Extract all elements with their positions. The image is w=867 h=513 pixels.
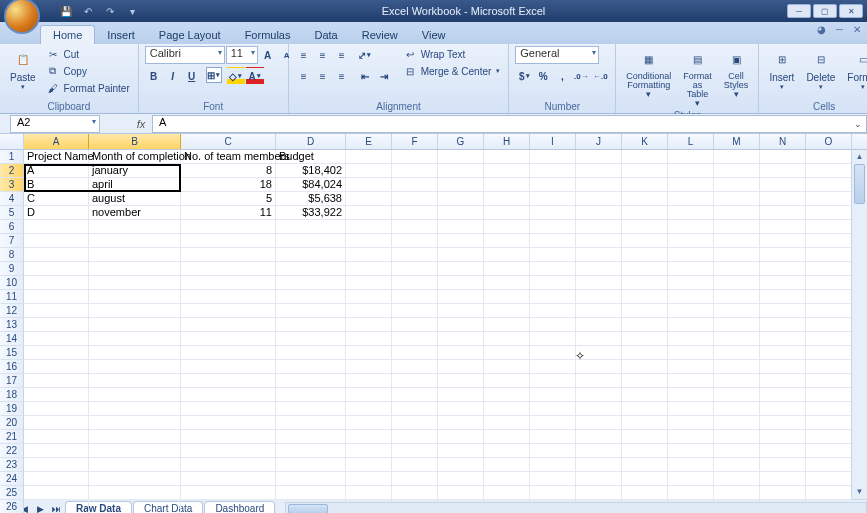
maximize-button[interactable]: ▢	[813, 4, 837, 18]
column-header[interactable]: B	[89, 134, 181, 149]
cell[interactable]: Project Name	[24, 150, 89, 164]
cell[interactable]	[668, 346, 714, 360]
cell[interactable]	[530, 458, 576, 472]
scroll-up-icon[interactable]: ▲	[852, 150, 867, 164]
fill-color-button[interactable]: ◇	[227, 67, 245, 85]
row-header[interactable]: 17	[0, 374, 24, 388]
cell[interactable]	[392, 318, 438, 332]
cell[interactable]	[89, 500, 181, 513]
cell[interactable]	[806, 374, 852, 388]
cell[interactable]	[276, 234, 346, 248]
cell[interactable]	[668, 444, 714, 458]
cell[interactable]	[714, 304, 760, 318]
column-header[interactable]: O	[806, 134, 852, 149]
font-name-combo[interactable]: Calibri	[145, 46, 225, 64]
format-as-table-button[interactable]: ▤Format asTable ▾	[679, 46, 716, 110]
cell[interactable]	[576, 192, 622, 206]
cell[interactable]	[530, 486, 576, 500]
cell[interactable]	[392, 290, 438, 304]
cell[interactable]	[714, 206, 760, 220]
cell[interactable]	[668, 318, 714, 332]
cell[interactable]	[392, 458, 438, 472]
cell[interactable]	[346, 192, 392, 206]
cell[interactable]	[392, 248, 438, 262]
vertical-scrollbar[interactable]: ▲ ▼	[851, 150, 867, 499]
cell[interactable]	[346, 276, 392, 290]
cell[interactable]	[668, 290, 714, 304]
cell[interactable]	[24, 430, 89, 444]
row-header[interactable]: 22	[0, 444, 24, 458]
cell[interactable]	[530, 220, 576, 234]
cell[interactable]	[438, 192, 484, 206]
cell[interactable]	[530, 178, 576, 192]
cell[interactable]	[806, 402, 852, 416]
cell[interactable]	[24, 234, 89, 248]
cell[interactable]	[760, 262, 806, 276]
cell[interactable]	[438, 290, 484, 304]
cell[interactable]	[438, 332, 484, 346]
cell[interactable]	[622, 388, 668, 402]
row-header[interactable]: 12	[0, 304, 24, 318]
cell[interactable]	[530, 290, 576, 304]
cell[interactable]	[576, 150, 622, 164]
cell[interactable]	[760, 192, 806, 206]
cell[interactable]	[438, 472, 484, 486]
column-header[interactable]: H	[484, 134, 530, 149]
cell[interactable]: B	[24, 178, 89, 192]
cell[interactable]	[484, 458, 530, 472]
column-header[interactable]: A	[24, 134, 89, 149]
cell[interactable]	[576, 234, 622, 248]
cell[interactable]	[806, 360, 852, 374]
comma-button[interactable]: ,	[553, 67, 571, 85]
align-bottom-button[interactable]: ≡	[333, 46, 351, 64]
cell[interactable]	[622, 332, 668, 346]
cell[interactable]	[484, 388, 530, 402]
cell[interactable]	[622, 150, 668, 164]
cell[interactable]	[668, 304, 714, 318]
cell[interactable]	[622, 472, 668, 486]
cell[interactable]	[484, 444, 530, 458]
orientation-button[interactable]: ⤢	[356, 46, 374, 64]
cell[interactable]	[392, 444, 438, 458]
cell[interactable]	[346, 486, 392, 500]
ribbon-tab-formulas[interactable]: Formulas	[233, 26, 303, 44]
row-header[interactable]: 4	[0, 192, 24, 206]
cell[interactable]	[181, 332, 276, 346]
cell[interactable]	[622, 360, 668, 374]
cut-button[interactable]: ✂Cut	[44, 46, 132, 62]
cell[interactable]: $33,922	[276, 206, 346, 220]
cell[interactable]	[346, 206, 392, 220]
cell[interactable]	[181, 318, 276, 332]
row-header[interactable]: 26	[0, 500, 24, 513]
cell[interactable]	[668, 192, 714, 206]
select-all-corner[interactable]	[0, 134, 24, 149]
cell[interactable]	[276, 486, 346, 500]
ribbon-tab-insert[interactable]: Insert	[95, 26, 147, 44]
cell[interactable]	[576, 374, 622, 388]
cell[interactable]	[438, 206, 484, 220]
cell[interactable]	[276, 304, 346, 318]
cell[interactable]	[438, 318, 484, 332]
cell[interactable]	[806, 304, 852, 318]
number-format-combo[interactable]: General	[515, 46, 599, 64]
cell[interactable]	[622, 276, 668, 290]
cell[interactable]	[668, 150, 714, 164]
cell[interactable]	[806, 486, 852, 500]
cell[interactable]	[89, 248, 181, 262]
cell[interactable]	[668, 178, 714, 192]
cell[interactable]	[806, 150, 852, 164]
cell[interactable]	[530, 360, 576, 374]
cell[interactable]	[24, 318, 89, 332]
cell[interactable]	[392, 374, 438, 388]
row-header[interactable]: 8	[0, 248, 24, 262]
cell[interactable]	[276, 248, 346, 262]
cell[interactable]	[622, 290, 668, 304]
cell[interactable]	[668, 332, 714, 346]
cell[interactable]	[392, 402, 438, 416]
cell[interactable]	[346, 164, 392, 178]
cell[interactable]	[89, 458, 181, 472]
cell[interactable]	[806, 192, 852, 206]
cell[interactable]	[760, 388, 806, 402]
cell[interactable]	[438, 234, 484, 248]
cell[interactable]	[530, 192, 576, 206]
